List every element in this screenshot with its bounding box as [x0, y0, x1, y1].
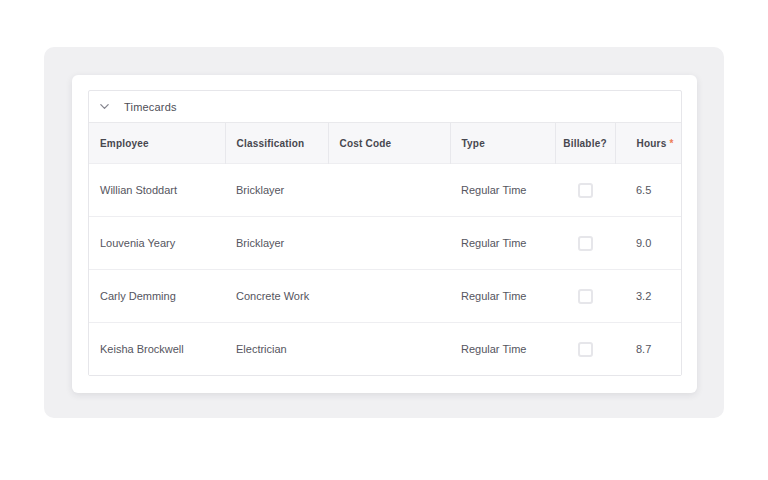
timecards-table: Employee Classification Cost Code Type B — [89, 122, 681, 375]
page-background-panel: Timecards Employee Classification — [44, 47, 724, 418]
billable-checkbox[interactable] — [578, 289, 593, 304]
billable-checkbox[interactable] — [578, 236, 593, 251]
table-row: Keisha Brockwell Electrician Regular Tim… — [89, 323, 681, 376]
hours-cell: 8.7 — [615, 323, 681, 376]
table-row: Carly Demming Concrete Work Regular Time… — [89, 270, 681, 323]
type-cell: Regular Time — [450, 164, 555, 217]
cost-code-cell — [328, 270, 450, 323]
employee-cell: Carly Demming — [89, 270, 225, 323]
table-row: Willian Stoddart Bricklayer Regular Time… — [89, 164, 681, 217]
column-header-type: Type — [450, 123, 555, 164]
employee-cell: Louvenia Yeary — [89, 217, 225, 270]
billable-checkbox[interactable] — [578, 183, 593, 198]
column-header-classification: Classification — [225, 123, 328, 164]
column-header-label: Cost Code — [340, 138, 392, 149]
billable-cell — [555, 164, 615, 217]
table-row: Louvenia Yeary Bricklayer Regular Time 9… — [89, 217, 681, 270]
column-header-label: Employee — [100, 138, 149, 149]
chevron-down-icon[interactable] — [99, 101, 110, 112]
timecards-card: Timecards Employee Classification — [72, 75, 697, 393]
hours-cell: 3.2 — [615, 270, 681, 323]
cost-code-cell — [328, 217, 450, 270]
billable-cell — [555, 217, 615, 270]
column-header-hours: Hours* — [615, 123, 681, 164]
timecards-collapse-header[interactable]: Timecards — [89, 91, 681, 122]
employee-cell: Keisha Brockwell — [89, 323, 225, 376]
required-asterisk: * — [669, 138, 673, 149]
cost-code-cell — [328, 164, 450, 217]
classification-cell: Bricklayer — [225, 164, 328, 217]
billable-cell — [555, 270, 615, 323]
type-cell: Regular Time — [450, 323, 555, 376]
column-header-cost-code: Cost Code — [328, 123, 450, 164]
column-header-label: Billable? — [563, 138, 606, 149]
billable-cell — [555, 323, 615, 376]
classification-cell: Concrete Work — [225, 270, 328, 323]
timecards-section: Timecards Employee Classification — [88, 90, 682, 376]
column-header-label: Hours — [637, 138, 667, 149]
type-cell: Regular Time — [450, 217, 555, 270]
hours-cell: 9.0 — [615, 217, 681, 270]
cost-code-cell — [328, 323, 450, 376]
type-cell: Regular Time — [450, 270, 555, 323]
column-header-employee: Employee — [89, 123, 225, 164]
employee-cell: Willian Stoddart — [89, 164, 225, 217]
column-header-label: Classification — [237, 138, 305, 149]
section-title: Timecards — [124, 101, 177, 113]
hours-cell: 6.5 — [615, 164, 681, 217]
classification-cell: Electrician — [225, 323, 328, 376]
column-header-billable: Billable? — [555, 123, 615, 164]
table-header-row: Employee Classification Cost Code Type B — [89, 123, 681, 164]
billable-checkbox[interactable] — [578, 342, 593, 357]
classification-cell: Bricklayer — [225, 217, 328, 270]
column-header-label: Type — [462, 138, 485, 149]
